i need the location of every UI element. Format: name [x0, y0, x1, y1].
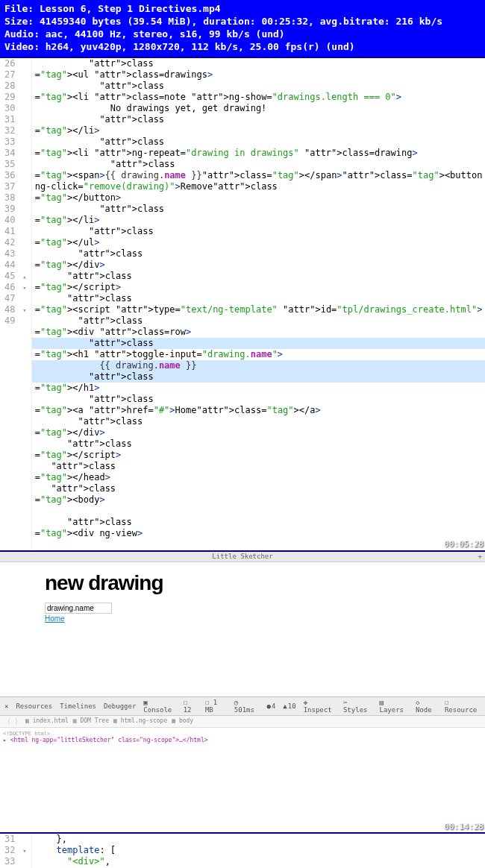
gutter: 26 27 28 29 30 31 32 33 34 35 36 37 38 3… — [0, 58, 32, 550]
bc-domtree[interactable]: ▦ DOM Tree — [73, 717, 109, 726]
bc-html[interactable]: ▦ html.ng-scope — [113, 717, 167, 726]
bc-index[interactable]: ▦ index.html — [25, 717, 69, 726]
code-area[interactable]: }, template: [ "<div>", " <div ng-transc… — [32, 834, 485, 868]
timestamp: 00:05:28 — [444, 538, 484, 550]
tab-styles[interactable]: ✂ Styles — [343, 699, 372, 714]
browser-titlebar: Little Sketcher+ — [0, 552, 485, 562]
warn-count[interactable]: ▲ 10 — [283, 702, 295, 710]
tab-resources[interactable]: Resources — [16, 702, 52, 710]
bc-body[interactable]: ▦ body — [172, 717, 193, 726]
tab-layers[interactable]: ▤ Layers — [379, 699, 408, 714]
tab-node[interactable]: ◇ Node — [416, 699, 437, 714]
close-icon[interactable]: ✕ — [4, 702, 8, 710]
gutter: 31 32 ▾33 34 35 36 37 ▴38 39 40 41 42 ▾4… — [0, 834, 32, 868]
time-badge: ◷ 501ms — [234, 699, 260, 714]
code-editor-bottom[interactable]: 31 32 ▾33 34 35 36 37 ▴38 39 40 41 42 ▾4… — [0, 832, 485, 868]
inspect-button[interactable]: ✥ Inspect — [304, 699, 336, 714]
size-badge: ☐ 1 MB — [205, 699, 227, 714]
page-heading[interactable]: new drawing — [45, 571, 440, 595]
media-info-header: File: Lesson 6, Step 1 Directives.mp4 Si… — [0, 0, 485, 58]
tab-timelines[interactable]: Timelines — [60, 702, 96, 710]
new-tab-button[interactable]: + — [478, 553, 482, 560]
req-count: ☐ 12 — [184, 699, 198, 714]
error-count[interactable]: ● 4 — [267, 702, 276, 710]
tab-debugger[interactable]: Debugger — [104, 702, 136, 710]
devtools[interactable]: ✕ Resources Timelines Debugger ▣ Console… — [0, 696, 485, 832]
tab-console[interactable]: ▣ Console — [143, 699, 175, 714]
tab-resource[interactable]: ☐ Resource — [445, 699, 481, 714]
code-area[interactable]: "attr">class="tag"><ul "attr">class=draw… — [32, 58, 485, 550]
code-editor-top[interactable]: 26 27 28 29 30 31 32 33 34 35 36 37 38 3… — [0, 58, 485, 550]
dom-inspector[interactable]: <!DOCTYPE html> ▸ <html ng-app="littleSk… — [0, 728, 485, 832]
home-link[interactable]: Home — [45, 614, 440, 623]
drawing-name-input[interactable] — [45, 603, 112, 614]
browser-preview: Little Sketcher+ new drawing Home ✕ Reso… — [0, 550, 485, 832]
